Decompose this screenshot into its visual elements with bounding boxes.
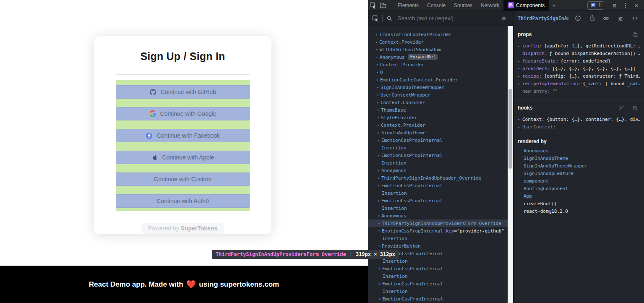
close-devtools-icon[interactable]: ✕ xyxy=(631,0,641,10)
expand-arrow[interactable]: ▾ xyxy=(375,101,381,104)
powered-by-badge[interactable]: Powered by SuperTokens xyxy=(141,223,224,234)
expand-arrow[interactable]: ▸ xyxy=(518,74,522,78)
rendered-by-item[interactable]: RoutingComponent xyxy=(518,185,640,192)
expand-arrow[interactable]: ▾ xyxy=(375,78,380,82)
expand-arrow[interactable]: ▸ xyxy=(518,125,522,129)
suspense-timer-icon[interactable] xyxy=(587,13,597,24)
log-bug-icon[interactable] xyxy=(615,13,626,24)
rendered-by-item[interactable]: Anonymous xyxy=(518,147,640,154)
tree-item[interactable]: ▾EmotionCacheContext.Provider xyxy=(368,76,513,84)
rendered-by-label[interactable]: App xyxy=(524,193,532,199)
prop-row[interactable]: ▸featureState:{error: undefined} xyxy=(518,57,640,65)
expand-arrow[interactable]: ▾ xyxy=(375,63,380,67)
expand-arrow[interactable]: ▾ xyxy=(375,71,380,74)
tree-item[interactable]: ▾AnonymousForwardRef xyxy=(368,53,513,61)
expand-arrow[interactable]: ▾ xyxy=(374,48,380,52)
prop-row[interactable]: ▸recipeImplementation:{_call: ƒ bound _c… xyxy=(518,80,640,87)
continue-with-facebook-button[interactable]: Continue with Facebook xyxy=(116,129,250,142)
tree-item[interactable]: ▾ProviderButton xyxy=(368,242,513,250)
tree-item[interactable]: ▾SignInAndUpTheme xyxy=(368,129,513,136)
tree-item[interactable]: ▾EmotionCssPropInternal xyxy=(368,197,513,204)
tree-item[interactable]: ▾EmotionCssPropInternal xyxy=(368,136,513,144)
tree-item[interactable]: ▾WithOrWithoutShadowDom xyxy=(368,46,513,53)
continue-with-google-button[interactable]: Continue with Google xyxy=(116,107,250,120)
expand-arrow[interactable]: ▾ xyxy=(375,86,381,89)
expand-arrow[interactable]: ▸ xyxy=(518,82,522,86)
tree-item[interactable]: Insertion xyxy=(368,272,513,280)
tree-item[interactable]: ▾SignInAndUpThemeWrapper xyxy=(368,84,513,91)
more-tabs-chevron[interactable]: » xyxy=(549,2,559,8)
expand-arrow[interactable]: ▾ xyxy=(377,267,382,271)
tree-settings-gear-icon[interactable]: ⚙ xyxy=(499,13,509,24)
tab-elements[interactable]: Elements xyxy=(394,0,423,10)
prop-row[interactable]: ▸providers:[{…}, {…}, {…}, {…}, {…}, {…}… xyxy=(518,65,640,72)
expand-arrow[interactable]: ▾ xyxy=(376,184,381,188)
pick-component-icon[interactable] xyxy=(370,13,381,24)
view-source-icon[interactable] xyxy=(630,13,640,24)
kebab-menu-icon[interactable]: ⋮ xyxy=(621,0,631,10)
tree-item[interactable]: ▾EmotionCssPropInternal xyxy=(368,265,513,272)
expand-arrow[interactable]: ▾ xyxy=(376,176,381,180)
prop-row[interactable]: ▸UserContext: xyxy=(518,123,640,131)
tree-item[interactable]: Insertion xyxy=(368,204,513,212)
device-toolbar-icon[interactable] xyxy=(378,0,388,10)
expand-arrow[interactable]: ▾ xyxy=(377,297,382,301)
continue-with-apple-button[interactable]: Continue with Apple xyxy=(116,151,250,164)
expand-arrow[interactable]: ▾ xyxy=(376,214,381,218)
expand-arrow[interactable]: ▾ xyxy=(376,229,382,233)
rendered-by-label[interactable]: RoutingComponent xyxy=(524,186,568,191)
rendered-by-item[interactable]: SignInAndUpThemeWrapper xyxy=(518,162,640,170)
rendered-by-item[interactable]: component xyxy=(518,177,640,185)
tree-item[interactable]: ▾EmotionCssPropInternal xyxy=(368,182,513,189)
tree-item[interactable]: ▾ThemeBase xyxy=(368,106,513,114)
tree-item[interactable]: ▾TranslationContextProvider xyxy=(368,31,513,38)
continue-with-github-button[interactable]: Continue with GitHub xyxy=(116,85,250,99)
inspect-element-icon[interactable] xyxy=(368,0,378,10)
tree-scrollbar[interactable] xyxy=(508,26,513,303)
tree-item[interactable]: ▾ThirdPartySignInAndUpHeader_Override xyxy=(368,174,513,182)
tree-item[interactable]: ▾Context.Provider xyxy=(368,38,513,46)
tab-console[interactable]: Console xyxy=(423,0,450,10)
tree-item[interactable]: Insertion xyxy=(368,189,513,197)
tree-item[interactable]: Insertion xyxy=(368,235,513,242)
tab-sources[interactable]: Sources xyxy=(450,0,477,10)
settings-gear-icon[interactable]: ⚙ xyxy=(610,0,620,10)
expand-arrow[interactable]: ▾ xyxy=(376,244,382,248)
error-boundary-icon[interactable] xyxy=(573,13,583,24)
expand-arrow[interactable]: ▾ xyxy=(376,131,381,135)
expand-arrow[interactable]: ▾ xyxy=(374,33,379,37)
expand-arrow[interactable]: ▾ xyxy=(376,154,381,157)
prop-row[interactable]: dispatch:ƒ bound dispatchReducerAction()… xyxy=(518,50,640,57)
rendered-by-label[interactable]: Anonymous xyxy=(524,148,549,154)
tree-item[interactable]: Insertion xyxy=(368,159,513,167)
rendered-by-item[interactable]: SignInAndUpTheme xyxy=(518,154,640,162)
expand-arrow[interactable]: ▾ xyxy=(375,116,381,120)
rendered-by-label[interactable]: component xyxy=(524,178,549,184)
expand-arrow[interactable]: ▾ xyxy=(376,169,381,172)
expand-arrow[interactable]: ▸ xyxy=(518,44,522,48)
tree-item[interactable]: ▾EmotionCssPropInternal xyxy=(368,280,513,287)
copy-props-icon[interactable] xyxy=(630,29,640,39)
expand-arrow[interactable]: ▸ xyxy=(518,67,522,71)
parse-hooks-wand-icon[interactable] xyxy=(616,103,626,113)
expand-arrow[interactable]: ▸ xyxy=(518,59,522,63)
copy-hooks-icon[interactable] xyxy=(630,103,640,113)
tab-network[interactable]: Network xyxy=(477,0,503,10)
tree-item[interactable]: ▾UserContextWrapper xyxy=(368,91,513,99)
continue-with-custom-button[interactable]: Continue with Custom xyxy=(116,172,250,186)
tree-item[interactable]: ▾EmotionCssPropInternalkey="provider-git… xyxy=(368,227,513,235)
tree-item[interactable]: ▾Anonymous xyxy=(368,212,513,219)
inspect-dom-eye-icon[interactable] xyxy=(601,13,611,24)
expand-arrow[interactable]: ▾ xyxy=(376,138,381,142)
prop-row[interactable]: ▸recipe:{config: {…}, constructor: ƒ Thi… xyxy=(518,72,640,80)
expand-arrow[interactable]: ▾ xyxy=(375,93,381,97)
rendered-by-item[interactable]: App xyxy=(518,192,640,200)
continue-with-auth0-button[interactable]: Continue with Auth0 xyxy=(116,194,250,208)
tree-item[interactable]: Insertion xyxy=(368,287,513,295)
rendered-by-label[interactable]: SignInAndUpTheme xyxy=(524,156,568,161)
prop-row[interactable]: new entry:"" xyxy=(518,87,640,95)
tree-item[interactable]: ▾ThirdPartySignInAndUpProvidersForm_Over… xyxy=(368,219,513,227)
tab-components[interactable]: Components xyxy=(503,0,549,10)
expand-arrow[interactable]: ▾ xyxy=(376,222,382,225)
tree-item[interactable]: ▾Context.Provider xyxy=(368,121,513,129)
